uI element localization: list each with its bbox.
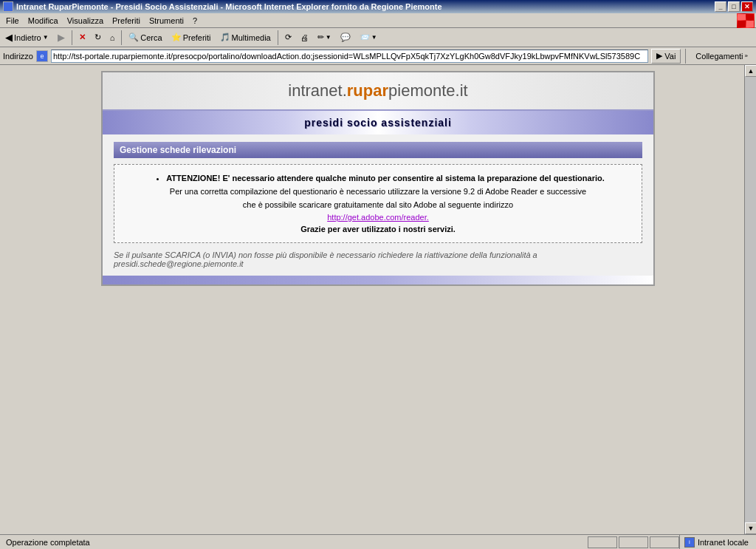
right-scrollbar: ▲ ▼ bbox=[744, 65, 756, 534]
logo-rupar: rupar bbox=[347, 81, 388, 100]
title-bar-text: Intranet RuparPiemonte - Presidi Socio A… bbox=[3, 1, 442, 12]
search-icon: 🔍 bbox=[128, 33, 139, 42]
search-button[interactable]: 🔍 Cerca bbox=[125, 30, 165, 46]
window-title: Intranet RuparPiemonte - Presidi Socio A… bbox=[16, 2, 442, 11]
logo-intranet: intranet. bbox=[288, 81, 347, 100]
warning-text: ATTENZIONE! E' necessario attendere qual… bbox=[166, 174, 605, 183]
message-box: ATTENZIONE! E' necessario attendere qual… bbox=[114, 164, 642, 243]
logo-area: intranet.ruparpiemonte.it bbox=[103, 72, 653, 111]
multimedia-icon: 🎵 bbox=[220, 33, 230, 42]
banner-title: presidi socio assistenziali bbox=[304, 117, 452, 129]
status-seg-2 bbox=[619, 536, 648, 548]
separator-2 bbox=[121, 30, 122, 45]
menu-preferiti[interactable]: Preferiti bbox=[108, 15, 145, 27]
edit-button[interactable]: ✏ ▼ bbox=[314, 30, 335, 46]
brand-icon bbox=[737, 13, 755, 28]
close-button[interactable]: ✕ bbox=[741, 1, 753, 12]
maximize-button[interactable]: □ bbox=[728, 1, 740, 12]
page-icon: e bbox=[36, 50, 48, 62]
refresh-icon: ↻ bbox=[94, 33, 101, 42]
app-icon bbox=[3, 1, 13, 12]
address-label: Indirizzo bbox=[3, 52, 33, 61]
back-arrow-icon: ◀ bbox=[5, 32, 13, 43]
discuss-button[interactable]: 💬 bbox=[337, 30, 354, 46]
adobe-text-line2: Per una corretta compilazione del questi… bbox=[126, 185, 630, 199]
menu-bar: File Modifica Visualizza Preferiti Strum… bbox=[0, 13, 756, 28]
logo-text: intranet.ruparpiemonte.it bbox=[288, 81, 467, 100]
status-seg-1 bbox=[588, 536, 617, 548]
history-icon: ⟳ bbox=[285, 33, 292, 42]
collegamenti-label: Collegamenti bbox=[695, 52, 743, 61]
separator-3 bbox=[278, 30, 278, 45]
edit-icon: ✏ bbox=[317, 33, 324, 42]
collegamenti-arrow: » bbox=[745, 52, 748, 59]
scroll-track[interactable] bbox=[745, 77, 756, 522]
favorites-icon: ⭐ bbox=[171, 33, 182, 42]
status-zone: i Intranet locale bbox=[679, 535, 753, 549]
print-button[interactable]: 🖨 bbox=[297, 30, 312, 46]
scroll-up-button[interactable]: ▲ bbox=[745, 65, 756, 77]
refresh-button[interactable]: ↻ bbox=[91, 30, 105, 46]
go-arrow-icon: ▶ bbox=[656, 51, 662, 61]
content-box: Gestione schede rilevazioni ATTENZIONE! … bbox=[103, 134, 653, 276]
browser-content: intranet.ruparpiemonte.it presidi socio … bbox=[101, 71, 655, 286]
scroll-down-button[interactable]: ▼ bbox=[745, 522, 756, 534]
menu-help[interactable]: ? bbox=[188, 15, 202, 27]
print-icon: 🖨 bbox=[300, 33, 309, 42]
adobe-reader-link[interactable]: http://get.adobe.com/reader. bbox=[327, 213, 429, 222]
address-input[interactable] bbox=[51, 50, 648, 63]
logo-domain: piemonte.it bbox=[388, 81, 468, 100]
back-button[interactable]: ◀ Indietro ▼ bbox=[1, 30, 52, 46]
adobe-link: http://get.adobe.com/reader. bbox=[126, 211, 630, 225]
multimedia-label: Multimedia bbox=[232, 33, 271, 42]
back-dropdown-icon[interactable]: ▼ bbox=[43, 34, 49, 41]
browser-footer bbox=[103, 276, 653, 284]
status-text: Operazione completata bbox=[3, 538, 588, 547]
adobe-text-line3: che è possibile scaricare gratuitamente … bbox=[126, 199, 630, 212]
page-banner: presidi socio assistenziali bbox=[103, 111, 653, 134]
thanks-text: Grazie per aver utilizzato i nostri serv… bbox=[126, 225, 630, 233]
go-label: Vai bbox=[664, 52, 676, 61]
minimize-button[interactable]: _ bbox=[715, 1, 726, 12]
status-segments bbox=[588, 536, 679, 548]
collegamenti-button[interactable]: Collegamenti » bbox=[690, 49, 753, 64]
separator-addr bbox=[685, 49, 686, 64]
forward-arrow-icon: ▶ bbox=[58, 32, 65, 43]
section-header-text: Gestione schede rilevazioni bbox=[120, 145, 236, 155]
forward-button[interactable]: ▶ bbox=[54, 30, 69, 46]
multimedia-button[interactable]: 🎵 Multimedia bbox=[216, 30, 275, 46]
history-button[interactable]: ⟳ bbox=[281, 30, 295, 46]
zone-text: Intranet locale bbox=[698, 538, 749, 547]
messenger-icon: 📨 bbox=[360, 33, 370, 42]
home-button[interactable]: ⌂ bbox=[106, 30, 119, 46]
stop-icon: ✕ bbox=[79, 33, 86, 42]
back-label: Indietro bbox=[14, 33, 41, 42]
go-button[interactable]: ▶ Vai bbox=[651, 49, 681, 64]
menu-modifica[interactable]: Modifica bbox=[24, 15, 63, 27]
home-icon: ⌂ bbox=[110, 33, 115, 42]
favorites-label: Preferiti bbox=[183, 33, 211, 42]
zone-icon: i bbox=[684, 537, 695, 548]
title-bar: Intranet RuparPiemonte - Presidi Socio A… bbox=[0, 0, 756, 13]
note-text: Se il pulsante SCARICA (o INVIA) non fos… bbox=[114, 250, 642, 268]
address-bar: Indirizzo e ▶ Vai Collegamenti » bbox=[0, 47, 756, 65]
status-seg-3 bbox=[650, 536, 679, 548]
favorites-button[interactable]: ⭐ Preferiti bbox=[168, 30, 215, 46]
messenger-button[interactable]: 📨 ▼ bbox=[356, 30, 381, 46]
menu-visualizza[interactable]: Visualizza bbox=[63, 15, 108, 27]
stop-button[interactable]: ✕ bbox=[75, 30, 89, 46]
window-controls: _ □ ✕ bbox=[715, 1, 753, 12]
warning-message: ATTENZIONE! E' necessario attendere qual… bbox=[166, 174, 605, 183]
toolbar: ◀ Indietro ▼ ▶ ✕ ↻ ⌂ 🔍 Cerca ⭐ Preferiti… bbox=[0, 28, 756, 47]
discuss-icon: 💬 bbox=[340, 33, 351, 42]
menu-file[interactable]: File bbox=[1, 15, 24, 27]
section-header: Gestione schede rilevazioni bbox=[114, 142, 642, 158]
search-label: Cerca bbox=[140, 33, 162, 42]
menu-strumenti[interactable]: Strumenti bbox=[145, 15, 188, 27]
separator-1 bbox=[72, 30, 72, 45]
status-bar: Operazione completata i Intranet locale bbox=[0, 534, 756, 549]
content-area: intranet.ruparpiemonte.it presidi socio … bbox=[0, 65, 756, 534]
